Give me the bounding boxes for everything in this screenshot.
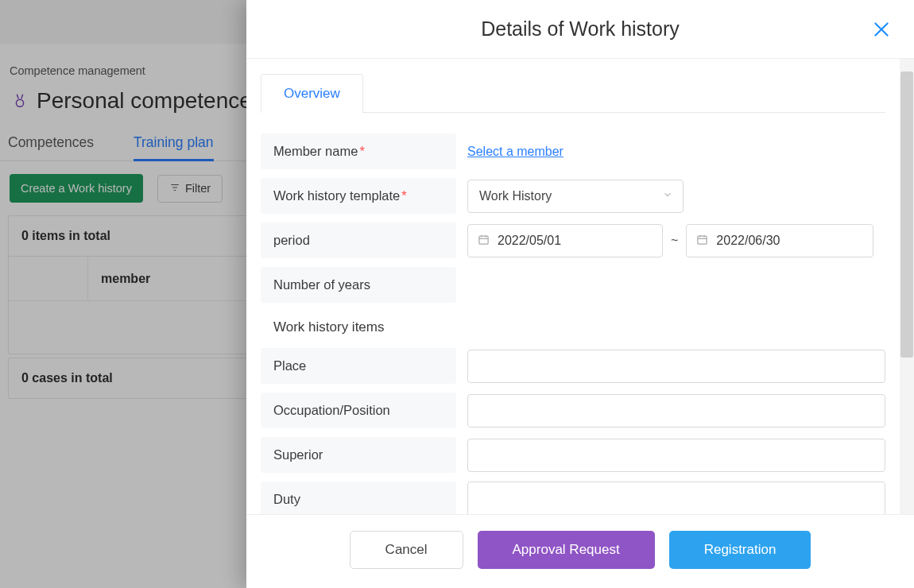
registration-button[interactable]: Registration: [669, 531, 811, 569]
label-member-name: Member name*: [261, 133, 456, 169]
duty-textarea[interactable]: [467, 482, 885, 514]
label-duty: Duty: [261, 482, 456, 514]
period-to-value: 2022/06/30: [716, 234, 780, 248]
period-to-input[interactable]: 2022/06/30: [686, 224, 873, 257]
select-member-link[interactable]: Select a member: [467, 145, 564, 159]
tab-overview[interactable]: Overview: [261, 74, 363, 113]
drawer-tabs: Overview: [261, 73, 885, 113]
number-of-years-value: [467, 267, 885, 304]
label-number-of-years: Number of years: [261, 267, 456, 303]
svg-rect-1: [479, 236, 488, 244]
drawer-footer: Cancel Approval Request Registration: [246, 514, 914, 588]
superior-input[interactable]: [467, 439, 885, 472]
label-work-history-template: Work history template*: [261, 178, 456, 214]
section-work-history-items: Work history items: [261, 311, 885, 342]
svg-rect-2: [698, 236, 707, 244]
work-history-template-select[interactable]: Work History: [467, 180, 684, 213]
period-from-value: 2022/05/01: [498, 234, 561, 248]
label-occupation-position: Occupation/Position: [261, 393, 456, 428]
calendar-icon: [478, 234, 490, 249]
chevron-down-icon: [662, 189, 673, 203]
period-from-input[interactable]: 2022/05/01: [467, 224, 663, 257]
place-input[interactable]: [467, 350, 885, 383]
select-value: Work History: [479, 189, 552, 203]
close-icon[interactable]: [871, 19, 892, 40]
cancel-button[interactable]: Cancel: [350, 531, 463, 569]
drawer-scrollbar-thumb[interactable]: [900, 72, 913, 358]
occupation-position-input[interactable]: [467, 394, 885, 427]
drawer-title: Details of Work history: [481, 17, 680, 41]
label-superior: Superior: [261, 437, 456, 473]
approval-request-button[interactable]: Approval Request: [478, 531, 655, 569]
period-separator: ~: [671, 234, 678, 248]
drawer-work-history-details: Details of Work history Overview Member …: [246, 0, 914, 588]
calendar-icon: [696, 234, 708, 249]
label-place: Place: [261, 348, 456, 384]
label-period: period: [261, 222, 456, 258]
drawer-body: Overview Member name* Select a member Wo…: [246, 59, 900, 514]
drawer-scrollbar[interactable]: [900, 59, 914, 514]
